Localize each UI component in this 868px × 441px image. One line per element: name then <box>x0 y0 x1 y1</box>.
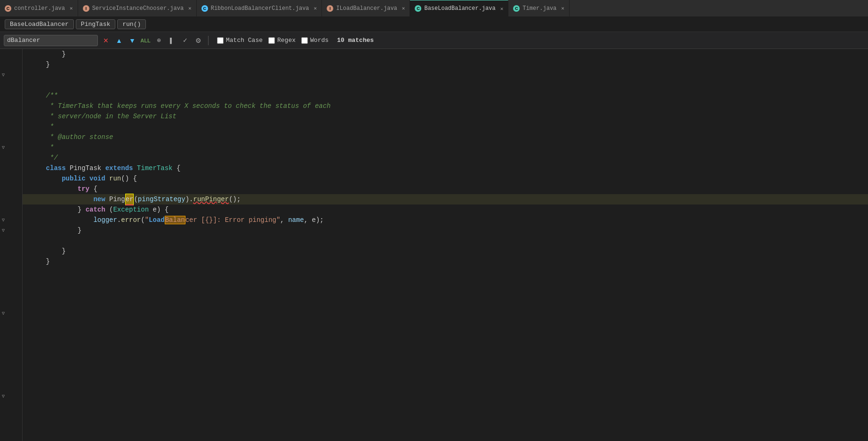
breadcrumb-pingtask[interactable]: PingTask <box>76 19 115 29</box>
gutter-line: ▽ <box>0 70 22 80</box>
code-line: * @author stonse <box>23 132 868 142</box>
code-line <box>23 236 868 246</box>
code-content[interactable]: } } /** * TimerTask that keeps runs ever… <box>23 49 868 441</box>
tab-label-iload: ILoadBalancer.java <box>336 5 397 12</box>
fold-icon[interactable]: ▽ <box>2 228 5 233</box>
gutter-line <box>0 256 22 267</box>
add-selection-button[interactable]: ⊕ <box>153 35 164 46</box>
tab-icon-baseload: C <box>415 5 421 12</box>
gutter-line <box>0 132 22 142</box>
find-separator-1 <box>208 36 209 45</box>
matches-count: 10 matches <box>337 37 374 44</box>
find-options-group: Match Case Regex Words <box>217 37 329 44</box>
code-line: } <box>23 256 868 267</box>
gutter-line <box>0 350 22 360</box>
code-line: public void run() { <box>23 173 868 184</box>
gutter-line <box>0 236 22 246</box>
regex-checkbox[interactable] <box>268 37 275 44</box>
close-tab-iload[interactable]: ✕ <box>402 5 405 11</box>
prev-match-button[interactable]: ▲ <box>114 35 124 46</box>
gutter-line <box>0 173 22 184</box>
tab-controller[interactable]: C controller.java ✕ <box>0 0 78 17</box>
gutter-line <box>0 287 22 298</box>
gutter-line <box>0 401 22 412</box>
tab-baseload[interactable]: C BaseLoadBalancer.java ✕ <box>410 0 508 17</box>
gutter-line <box>0 412 22 422</box>
tab-timer[interactable]: C Timer.java ✕ <box>508 0 570 17</box>
regex-label: Regex <box>277 37 296 44</box>
tab-icon-service: I <box>83 5 89 12</box>
close-tab-service[interactable]: ✕ <box>188 5 192 11</box>
code-line: } <box>23 49 868 59</box>
tab-label-controller: controller.java <box>14 5 65 12</box>
gutter-line <box>0 59 22 70</box>
fold-icon[interactable]: ▽ <box>2 72 5 78</box>
tab-label-ribbon: RibbonLoadBalancerClient.java <box>211 5 309 12</box>
gutter-line <box>0 298 22 308</box>
gutter-line <box>0 90 22 101</box>
tab-icon-ribbon: C <box>201 5 208 12</box>
words-checkbox[interactable] <box>301 37 308 44</box>
tab-ribbon[interactable]: C RibbonLoadBalancerClient.java ✕ <box>197 0 322 17</box>
fold-icon[interactable]: ▽ <box>2 145 5 150</box>
tab-icon-controller: C <box>5 5 11 12</box>
code-line-catch: } catch (Exception e) { <box>23 204 868 215</box>
words-option[interactable]: Words <box>301 37 329 44</box>
gutter-line <box>0 339 22 350</box>
gutter-line <box>0 101 22 111</box>
gutter-line <box>0 204 22 215</box>
gutter-line <box>0 49 22 59</box>
next-match-button[interactable]: ▼ <box>127 35 137 46</box>
close-tab-ribbon[interactable]: ✕ <box>314 5 317 11</box>
gutter-line: ▽ <box>0 308 22 318</box>
tab-iload[interactable]: I ILoadBalancer.java ✕ <box>322 0 410 17</box>
find-input[interactable] <box>7 37 73 44</box>
breadcrumb-base[interactable]: BaseLoadBalancer <box>5 19 74 29</box>
match-case-option[interactable]: Match Case <box>217 37 263 44</box>
breadcrumb-bar: BaseLoadBalancer PingTask run() <box>0 17 868 32</box>
code-line: */ <box>23 153 868 163</box>
fold-icon[interactable]: ▽ <box>2 393 5 399</box>
code-line: * TimerTask that keeps runs every X seco… <box>23 101 868 111</box>
fold-icon[interactable]: ▽ <box>2 310 5 316</box>
breadcrumb-run[interactable]: run() <box>117 19 146 29</box>
code-line: class PingTask extends TimerTask { <box>23 163 868 173</box>
line-numbers-gutter: ▽ ▽ ▽ ▽ ▽ ▽ <box>0 49 23 441</box>
code-line: } <box>23 225 868 236</box>
tab-label-service: ServiceInstanceChooser.java <box>92 5 184 12</box>
regex-option[interactable]: Regex <box>268 37 296 44</box>
find-all-button[interactable]: ALL <box>140 35 151 46</box>
code-line <box>23 70 868 80</box>
selection-find-button[interactable]: ▌ <box>167 35 177 46</box>
find-input-wrap[interactable] <box>4 35 98 46</box>
code-line-new-pinger: new Pinger(pingStrategy).runPinger(); <box>23 194 868 204</box>
gutter-line <box>0 163 22 173</box>
code-line: } <box>23 246 868 256</box>
clear-find-button[interactable]: ✕ <box>101 35 111 46</box>
tab-service-chooser[interactable]: I ServiceInstanceChooser.java ✕ <box>78 0 197 17</box>
words-label: Words <box>310 37 329 44</box>
gutter-line <box>0 184 22 194</box>
code-line-try: try { <box>23 184 868 194</box>
match-case-label: Match Case <box>226 37 263 44</box>
code-area: ▽ ▽ ▽ ▽ ▽ ▽ <box>0 49 868 441</box>
tab-icon-timer: C <box>513 5 520 12</box>
find-settings-button[interactable]: ⚙ <box>193 35 203 46</box>
match-case-checkbox[interactable] <box>217 37 224 44</box>
code-line: * <box>23 142 868 153</box>
close-tab-baseload[interactable]: ✕ <box>500 6 504 12</box>
tab-bar: C controller.java ✕ I ServiceInstanceCho… <box>0 0 868 17</box>
gutter-line <box>0 381 22 391</box>
code-line-logger: logger.error("LoadBalancer [{}]: Error p… <box>23 215 868 225</box>
fold-icon[interactable]: ▽ <box>2 217 5 223</box>
code-line <box>23 80 868 90</box>
close-tab-controller[interactable]: ✕ <box>70 5 73 11</box>
replace-toggle-button[interactable]: ✓ <box>180 35 190 46</box>
gutter-line <box>0 194 22 204</box>
close-tab-timer[interactable]: ✕ <box>561 5 564 11</box>
gutter-line: ▽ <box>0 215 22 225</box>
code-line: * <box>23 122 868 132</box>
tab-label-baseload: BaseLoadBalancer.java <box>424 5 495 12</box>
gutter-line <box>0 318 22 329</box>
gutter-line <box>0 370 22 381</box>
